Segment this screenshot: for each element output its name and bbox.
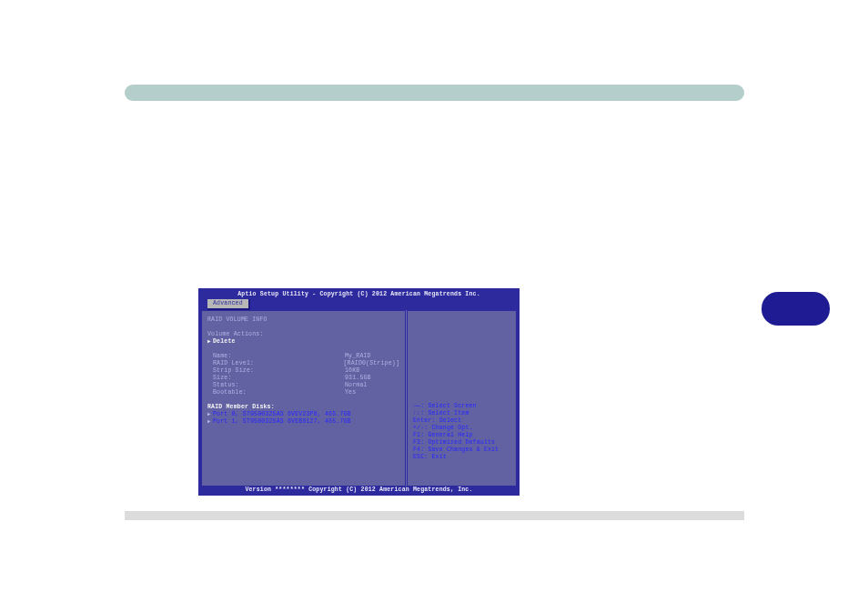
volume-actions-label: Volume Actions: [207, 331, 264, 338]
side-blue-button[interactable] [762, 292, 830, 326]
bios-tab-advanced[interactable]: Advanced [207, 299, 250, 310]
list-arrow-icon: ▶ [207, 418, 211, 426]
bios-right-panel: →←: Select Screen ↑↓: Select Item Enter:… [407, 310, 517, 487]
strip-size-label: Strip Size: [207, 367, 345, 375]
help-change-opt: +/-: Change Opt. [413, 425, 510, 432]
delete-action[interactable]: Delete [207, 338, 236, 346]
list-arrow-icon: ▶ [207, 411, 211, 418]
help-save-exit: F4: Save Changes & Exit [413, 446, 510, 454]
selection-arrow-icon: ▶ [207, 338, 211, 346]
document-header-bar [125, 85, 744, 101]
bios-setup-utility-window: Aptio Setup Utility - Copyright (C) 2012… [198, 288, 520, 496]
help-esc-exit: ESC: Exit [413, 454, 510, 461]
help-enter-select: Enter: Select [413, 417, 510, 425]
member-disk-1[interactable]: Port 1, ST9500325AS 6VEB8127, 465.7GB [207, 418, 351, 426]
raid-member-disks-header: RAID Member Disks: [207, 404, 275, 411]
help-general-help: F1: General Help [413, 432, 510, 439]
name-label: Name: [207, 353, 345, 360]
status-value: Normal [345, 382, 368, 389]
raid-level-label: RAID Level: [207, 360, 343, 367]
help-optimized-defaults: F3: Optimized Defaults [413, 439, 510, 446]
bootable-label: Bootable: [207, 389, 345, 396]
member-disk-0[interactable]: Port 0, ST9500325AS 6VEV23P0, 465.7GB [207, 411, 351, 418]
raid-volume-info-header: RAID VOLUME INFO [207, 316, 267, 324]
raid-level-value: [RAID0(Stripe)] [343, 360, 399, 367]
bootable-value: Yes [345, 389, 356, 396]
bios-body: RAID VOLUME INFO Volume Actions: ▶ Delet… [201, 310, 517, 487]
bios-title: Aptio Setup Utility - Copyright (C) 2012… [198, 291, 520, 298]
bios-footer: Version ******** Copyright (C) 2012 Amer… [198, 487, 520, 494]
size-value: 931.5GB [345, 375, 371, 382]
help-select-item: ↑↓: Select Item [413, 410, 510, 417]
bios-left-panel: RAID VOLUME INFO Volume Actions: ▶ Delet… [201, 310, 406, 487]
name-value: My_RAID [345, 353, 371, 360]
strip-size-value: 16KB [345, 367, 359, 375]
size-label: Size: [207, 375, 345, 382]
status-label: Status: [207, 382, 345, 389]
help-select-screen: →←: Select Screen [413, 403, 510, 410]
document-footer-line [125, 511, 744, 520]
